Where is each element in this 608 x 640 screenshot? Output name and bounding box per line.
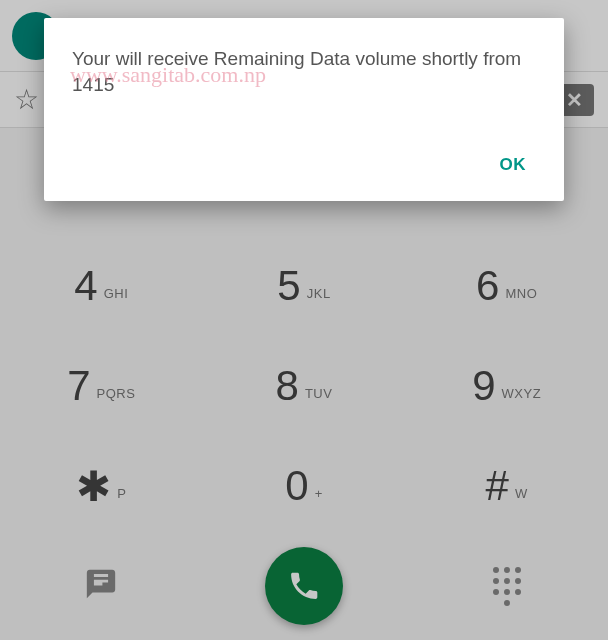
- ok-button[interactable]: OK: [490, 147, 537, 183]
- ussd-dialog: Your will receive Remaining Data volume …: [44, 18, 564, 201]
- dialog-actions: OK: [72, 147, 536, 183]
- dialog-message: Your will receive Remaining Data volume …: [72, 46, 536, 97]
